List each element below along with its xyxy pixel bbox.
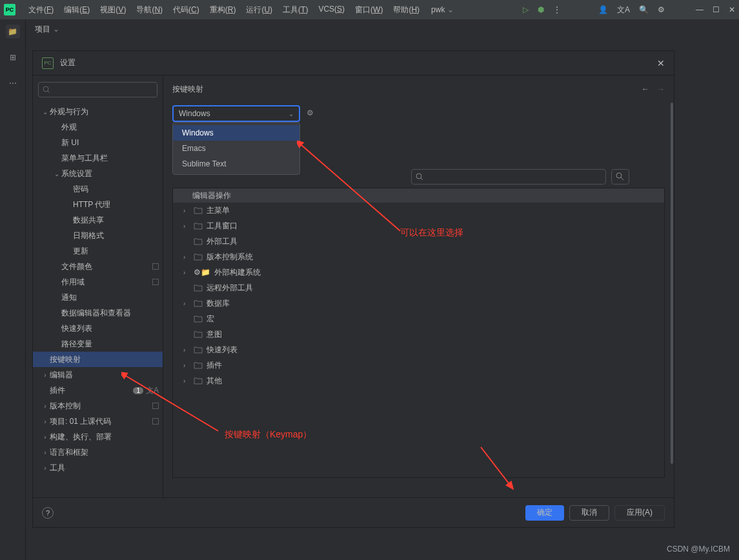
- more-icon[interactable]: ⋮: [553, 5, 561, 14]
- menu-6[interactable]: 运行(U): [241, 2, 278, 18]
- action-group-header: 编辑器操作: [173, 188, 664, 203]
- settings-icon[interactable]: ⚙: [658, 5, 665, 14]
- folder-icon: [194, 330, 203, 338]
- sidebar-item-13[interactable]: 数据编辑器和查看器: [33, 305, 163, 321]
- action-row-8[interactable]: 意图: [173, 326, 664, 342]
- menu-4[interactable]: 代码(C): [168, 2, 205, 18]
- help-icon[interactable]: ?: [42, 507, 54, 519]
- action-label: 宏: [207, 314, 214, 325]
- action-row-4[interactable]: ›⚙📁外部构建系统: [173, 265, 664, 280]
- sidebar-item-11[interactable]: 作用域: [33, 274, 163, 290]
- close-icon[interactable]: ✕: [657, 58, 665, 68]
- project-tool-icon[interactable]: 📁: [6, 25, 20, 39]
- translate-icon: 文A: [146, 385, 159, 396]
- menu-0[interactable]: 文件(F): [23, 2, 59, 18]
- option-emacs[interactable]: Emacs: [173, 141, 299, 156]
- project-view-header[interactable]: 项目 ⌄: [26, 19, 59, 39]
- sidebar-item-label: 作用域: [61, 277, 152, 288]
- sidebar-item-18[interactable]: 插件1文A: [33, 383, 163, 398]
- chevron-icon: ›: [41, 403, 50, 410]
- folder-icon: [194, 346, 203, 354]
- run-icon[interactable]: ▷: [523, 5, 529, 14]
- apply-button: 应用(A): [614, 505, 665, 521]
- menu-3[interactable]: 导航(N): [131, 2, 168, 18]
- maximize-icon[interactable]: ☐: [713, 5, 720, 14]
- action-row-7[interactable]: 宏: [173, 311, 664, 326]
- chevron-icon: ›: [41, 449, 50, 456]
- annotation-text: 可以在这里选择: [400, 227, 463, 239]
- sidebar-item-21[interactable]: ›构建、执行、部署: [33, 429, 163, 445]
- action-label: 外部工具: [207, 236, 238, 247]
- menu-7[interactable]: 工具(T): [278, 2, 313, 18]
- minimize-icon[interactable]: —: [696, 5, 704, 14]
- menu-8[interactable]: VCS(S): [313, 2, 350, 18]
- sidebar-item-22[interactable]: ›语言和框架: [33, 445, 163, 460]
- sidebar-item-6[interactable]: HTTP 代理: [33, 197, 163, 212]
- gear-icon[interactable]: ⚙: [307, 108, 317, 119]
- sidebar-item-15[interactable]: 路径变量: [33, 336, 163, 352]
- add-user-icon[interactable]: 👤: [598, 5, 608, 14]
- chevron-icon: ›: [183, 346, 190, 354]
- sidebar-item-14[interactable]: 快速列表: [33, 321, 163, 336]
- sidebar-item-3[interactable]: 菜单与工具栏: [33, 150, 163, 166]
- settings-search[interactable]: [38, 82, 157, 97]
- sidebar-item-1[interactable]: 外观: [33, 119, 163, 135]
- sidebar-item-20[interactable]: ›项目: 01 上课代码: [33, 414, 163, 429]
- sidebar-item-2[interactable]: 新 UI: [33, 135, 163, 150]
- menu-2[interactable]: 视图(V): [95, 2, 131, 18]
- keymap-scheme-combo[interactable]: Windows ⌄: [172, 105, 300, 122]
- sidebar-item-4[interactable]: ⌄系统设置: [33, 166, 163, 181]
- chevron-icon: ›: [41, 465, 50, 472]
- sidebar-item-12[interactable]: 通知: [33, 290, 163, 305]
- action-label: 快速列表: [207, 345, 238, 355]
- cancel-button[interactable]: 取消: [569, 505, 609, 521]
- sidebar-item-16[interactable]: 按键映射: [33, 352, 163, 367]
- debug-icon[interactable]: ⬢: [538, 5, 544, 14]
- action-row-9[interactable]: ›快速列表: [173, 342, 664, 357]
- find-by-shortcut-button[interactable]: [611, 169, 629, 185]
- more-tools-icon[interactable]: ⋯: [6, 76, 20, 90]
- search-icon: [416, 173, 423, 181]
- sidebar-item-0[interactable]: ⌄外观与行为: [33, 104, 163, 119]
- action-row-0[interactable]: ›主菜单: [173, 203, 664, 218]
- action-row-5[interactable]: 远程外部工具: [173, 280, 664, 295]
- action-row-3[interactable]: ›版本控制系统: [173, 249, 664, 265]
- project-scope-icon: [152, 263, 159, 270]
- chevron-icon: ›: [41, 434, 50, 441]
- translate-icon[interactable]: 文A: [617, 5, 630, 15]
- search-input[interactable]: [53, 85, 153, 94]
- action-row-6[interactable]: ›数据库: [173, 295, 664, 311]
- nav-back-icon[interactable]: ←: [642, 85, 649, 94]
- option-sublime-text[interactable]: Sublime Text: [173, 156, 299, 172]
- sidebar-item-label: 版本控制: [50, 401, 152, 412]
- action-row-10[interactable]: ›插件: [173, 357, 664, 373]
- action-label: 其他: [207, 375, 222, 386]
- sidebar-item-17[interactable]: ›编辑器: [33, 367, 163, 383]
- project-selector[interactable]: pwk ⌄: [426, 3, 459, 17]
- action-row-11[interactable]: ›其他: [173, 373, 664, 388]
- sidebar-item-7[interactable]: 数据共享: [33, 212, 163, 228]
- sidebar-item-label: 外观与行为: [50, 106, 163, 117]
- sidebar-item-label: 文件颜色: [61, 261, 152, 272]
- menu-9[interactable]: 窗口(W): [350, 2, 388, 18]
- action-search[interactable]: [411, 169, 606, 185]
- svg-line-3: [421, 178, 423, 180]
- menu-10[interactable]: 帮助(H): [388, 2, 425, 18]
- close-window-icon[interactable]: ✕: [729, 5, 735, 14]
- folder-icon: [194, 222, 203, 230]
- sidebar-item-10[interactable]: 文件颜色: [33, 259, 163, 274]
- sidebar-item-label: 路径变量: [61, 339, 163, 350]
- sidebar-item-label: 更新: [73, 246, 163, 257]
- sidebar-item-5[interactable]: 密码: [33, 181, 163, 197]
- menu-1[interactable]: 编辑(E): [59, 2, 95, 18]
- structure-tool-icon[interactable]: ⊞: [6, 50, 20, 65]
- sidebar-item-19[interactable]: ›版本控制: [33, 398, 163, 414]
- search-icon[interactable]: 🔍: [639, 5, 649, 14]
- sidebar-item-23[interactable]: ›工具: [33, 460, 163, 475]
- menu-5[interactable]: 重构(R): [205, 2, 241, 18]
- sidebar-item-8[interactable]: 日期格式: [33, 228, 163, 243]
- option-windows[interactable]: Windows: [173, 125, 299, 141]
- project-scope-icon: [152, 418, 159, 425]
- ok-button[interactable]: 确定: [525, 505, 564, 521]
- sidebar-item-9[interactable]: 更新: [33, 243, 163, 259]
